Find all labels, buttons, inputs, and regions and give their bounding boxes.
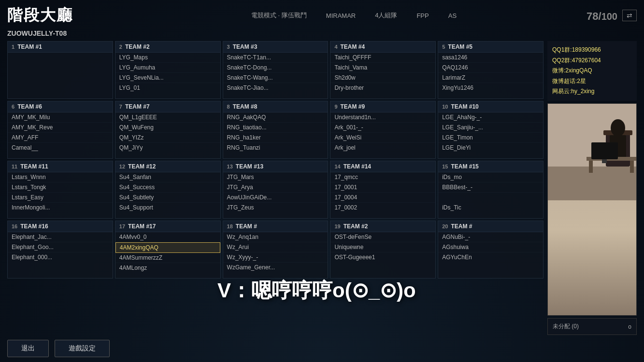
highlighted-team-member: 4AM2xingQAQ	[115, 242, 220, 253]
team-member: Su4_Success	[115, 182, 220, 193]
team-2: 2 TEAM #2 LYG_Maps LYG_Aumuha LYG_SeveNL…	[115, 41, 221, 99]
header-center: 電競模式 · 隊伍戰鬥 MIRAMAR 4人組隊 FPP AS	[121, 11, 587, 20]
team-member: Wz_Xyyy-_-	[223, 252, 328, 263]
team-11-header: 11 TEAM #11	[8, 161, 113, 172]
main-container: 階段大廳 電競模式 · 隊伍戰鬥 MIRAMAR 4人組隊 FPP AS 78/…	[0, 0, 644, 362]
team-member: Uniquewne	[330, 242, 435, 252]
team-member: LGE_AhaNg-_-	[438, 112, 543, 123]
team-member: XingYu1246	[438, 83, 543, 93]
team-8: 8 TEAM #8 RNG_AakQAQ RNG_tiaotiao... RNG…	[223, 101, 329, 159]
page-title: 階段大廳	[7, 5, 73, 26]
team-4-header: 4 TEAM #4	[330, 42, 435, 53]
exit-button[interactable]: 退出	[7, 340, 49, 357]
teams-row-2: 6 TEAM #6 AMY_MK_Milu AMY_MK_Reve AMY_AF…	[7, 101, 544, 159]
team-member: QAQ1246	[438, 63, 543, 73]
unassigned-panel: 未分配 (0) o	[547, 318, 637, 335]
team-member: Lstars_Tongk	[8, 182, 113, 193]
weibo-super-line: 微博超话:2星	[552, 76, 632, 87]
room-id: ZUOWUJELLY-T08	[7, 29, 67, 37]
team-18-header: 18 TEAM #	[223, 221, 328, 232]
team-1-header: 1 TEAM #1	[8, 42, 113, 53]
team-member: AowUJinGAiDe...	[223, 193, 328, 203]
team-member: AMY_MK_Milu	[8, 112, 113, 123]
team-member: Ark_001-_-	[330, 123, 435, 133]
team-member: LYG_Aumuha	[115, 63, 220, 73]
team-member: AGshuiwa	[438, 242, 543, 252]
switch-icon[interactable]: ⇄	[622, 10, 637, 21]
team-16: 16 TEAM #16 Elephant_Jac... Elephant_Goo…	[7, 221, 113, 278]
team-member: Lstars_Easy	[8, 193, 113, 203]
netease-line: 网易云:hy_2xing	[552, 86, 632, 97]
teams-grid: 1 TEAM #1 2 TEAM #2 LYG_Maps LYG_Aumuha …	[7, 41, 544, 335]
team-member: RNG_Tuanzi	[223, 143, 328, 153]
team-19-header: 19 TEAM #2	[330, 221, 435, 232]
team-member: Taichi_QFFFF	[330, 53, 435, 63]
team-9: 9 TEAM #9 Understand1n... Ark_001-_- Ark…	[330, 101, 436, 159]
team-member: Dry-brother	[330, 83, 435, 93]
team-13-header: 13 TEAM #13	[223, 161, 328, 172]
team-6: 6 TEAM #6 AMY_MK_Milu AMY_MK_Reve AMY_AF…	[7, 101, 113, 159]
team-13: 13 TEAM #13 JTG_Mars JTG_Arya AowUJinGAi…	[223, 161, 329, 219]
team-member: Su4_Support	[115, 203, 220, 212]
team-3-header: 3 TEAM #3	[223, 42, 328, 53]
team-member: AGYuChEn	[438, 252, 543, 262]
team-member: JTG_Mars	[223, 172, 328, 182]
team-member: Ark_joel	[330, 143, 435, 153]
team-9-header: 9 TEAM #9	[330, 101, 435, 112]
team-member: Sh2d0w	[330, 73, 435, 83]
teams-row-3: 11 TEAM #11 Lstars_Wnnn Lstars_Tongk Lst…	[7, 161, 544, 219]
team-member: QM_YIZz	[115, 133, 220, 143]
header: 階段大廳 電競模式 · 隊伍戰鬥 MIRAMAR 4人組隊 FPP AS 78/…	[0, 0, 644, 28]
header-right: 78/100 ⇄	[587, 8, 637, 23]
weibo-line: 微博:2xingQAQ	[552, 66, 632, 76]
team-member: BBBBest-_-	[438, 182, 543, 193]
svg-rect-9	[591, 142, 618, 159]
footer: 退出 遊戲設定	[0, 335, 644, 362]
game-mode: 電競模式 · 隊伍戰鬥	[251, 11, 307, 20]
team-member: Elephant_Jac...	[8, 232, 113, 242]
team-member: iDs_Tic	[438, 203, 543, 212]
team-member: SnakeTC-T1an...	[223, 53, 328, 63]
team-member: Wz_Anq1an	[223, 232, 328, 242]
stream-preview	[547, 103, 637, 316]
team-member: 17_0001	[330, 182, 435, 193]
team-member: SnakeTC-Dong...	[223, 63, 328, 73]
team-5: 5 TEAM #5 sasa1246 QAQ1246 LarimarZ Xing…	[438, 41, 544, 99]
team-8-header: 8 TEAM #8	[223, 101, 328, 112]
team-member: Su4_Sanfan	[115, 172, 220, 182]
team-member: SnakeTC-Jiao...	[223, 83, 328, 93]
team-member: 17_0004	[330, 193, 435, 203]
map-name: MIRAMAR	[326, 12, 356, 19]
team-member: Understand1n...	[330, 112, 435, 123]
team-member: LYG_SeveNLia...	[115, 73, 220, 83]
team-15-header: 15 TEAM #15	[438, 161, 543, 172]
team-member: 4AMSummerzzZ	[115, 253, 220, 263]
region: AS	[448, 12, 457, 19]
team-14: 14 TEAM #14 17_qmcc 17_0001 17_0004 17_0…	[330, 161, 436, 219]
team-17-header: 17 TEAM #17	[115, 221, 220, 232]
unassigned-value: o	[628, 323, 631, 330]
team-member: LGE_Timon	[438, 133, 543, 143]
team-member: 17_qmcc	[330, 172, 435, 182]
settings-button[interactable]: 遊戲設定	[55, 340, 110, 357]
team-member: LGE_DieYi	[438, 143, 543, 153]
team-15: 15 TEAM #15 iDs_mo BBBBest-_- - iDs_Tic	[438, 161, 544, 219]
team-12-header: 12 TEAM #12	[115, 161, 220, 172]
team-1: 1 TEAM #1	[7, 41, 113, 99]
team-18: 18 TEAM # Wz_Anq1an Wz_Arui Wz_Xyyy-_- W…	[223, 221, 329, 278]
svg-rect-7	[589, 161, 593, 173]
team-member: QM_L1gEEEE	[115, 112, 220, 123]
teams-row-1: 1 TEAM #1 2 TEAM #2 LYG_Maps LYG_Aumuha …	[7, 41, 544, 99]
team-member: 17_0002	[330, 203, 435, 212]
team-member: RNG_AakQAQ	[223, 112, 328, 123]
svg-rect-8	[630, 161, 634, 173]
team-member: InnerMongoli...	[8, 203, 113, 212]
team-12: 12 TEAM #12 Su4_Sanfan Su4_Success Su4_S…	[115, 161, 221, 219]
team-member: QM_WuFeng	[115, 123, 220, 133]
team-member: LYG_01	[115, 83, 220, 93]
team-member: AMY_MK_Reve	[8, 123, 113, 133]
team-member: JTG_Arya	[223, 182, 328, 193]
team-member: RNG_ha1ker	[223, 133, 328, 143]
team-member: AMY_AFF	[8, 133, 113, 143]
team-2-header: 2 TEAM #2	[115, 42, 220, 53]
